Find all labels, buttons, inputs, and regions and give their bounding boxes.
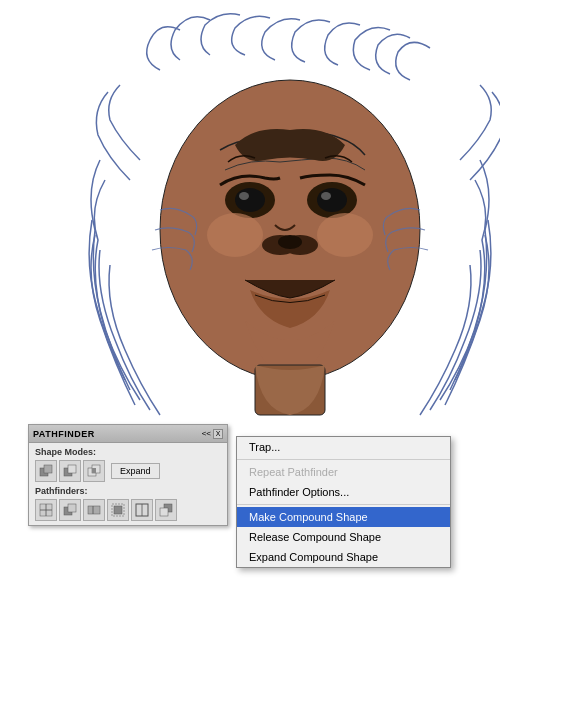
trim-button[interactable]	[59, 499, 81, 521]
svg-point-6	[321, 192, 331, 200]
svg-rect-24	[68, 504, 76, 512]
menu-item-trap[interactable]: Trap...	[237, 437, 450, 457]
svg-rect-14	[44, 465, 52, 473]
divide-button[interactable]	[35, 499, 57, 521]
svg-rect-32	[160, 508, 168, 516]
pathfinder-panel: PATHFINDER << X Shape Modes:	[28, 424, 228, 526]
close-button[interactable]: X	[213, 429, 223, 439]
panel-title: PATHFINDER	[33, 429, 95, 439]
canvas-area	[0, 0, 570, 705]
menu-divider-2	[237, 504, 450, 505]
svg-point-9	[278, 235, 302, 249]
shape-modes-label: Shape Modes:	[35, 447, 221, 457]
gorilla-illustration	[80, 10, 500, 440]
svg-rect-27	[114, 506, 122, 514]
outline-button[interactable]	[131, 499, 153, 521]
menu-item-pathfinder-options[interactable]: Pathfinder Options...	[237, 482, 450, 502]
shape-modes-row: Expand	[35, 460, 221, 482]
pathfinders-row	[35, 499, 221, 521]
menu-item-release-compound-shape[interactable]: Release Compound Shape	[237, 527, 450, 547]
panel-controls: << X	[202, 429, 223, 439]
menu-divider-1	[237, 459, 450, 460]
pathfinders-label: Pathfinders:	[35, 486, 221, 496]
svg-point-0	[160, 80, 420, 380]
svg-point-10	[207, 213, 263, 257]
panel-header: PATHFINDER << X	[29, 425, 227, 443]
collapse-icon[interactable]: <<	[202, 429, 211, 438]
context-menu: Trap... Repeat Pathfinder Pathfinder Opt…	[236, 436, 451, 568]
svg-point-11	[317, 213, 373, 257]
svg-rect-25	[88, 506, 100, 514]
menu-item-expand-compound-shape[interactable]: Expand Compound Shape	[237, 547, 450, 567]
svg-rect-19	[92, 468, 96, 473]
svg-point-2	[235, 188, 265, 212]
unite-button[interactable]	[35, 460, 57, 482]
svg-point-5	[317, 188, 347, 212]
svg-point-3	[239, 192, 249, 200]
intersect-button[interactable]	[83, 460, 105, 482]
crop-button[interactable]	[107, 499, 129, 521]
menu-item-repeat-pathfinder: Repeat Pathfinder	[237, 462, 450, 482]
merge-button[interactable]	[83, 499, 105, 521]
expand-button[interactable]: Expand	[111, 463, 160, 479]
minus-front-button[interactable]	[59, 460, 81, 482]
panel-body: Shape Modes:	[29, 443, 227, 525]
minus-back-button[interactable]	[155, 499, 177, 521]
menu-item-make-compound-shape[interactable]: Make Compound Shape	[237, 507, 450, 527]
svg-rect-16	[68, 465, 76, 473]
